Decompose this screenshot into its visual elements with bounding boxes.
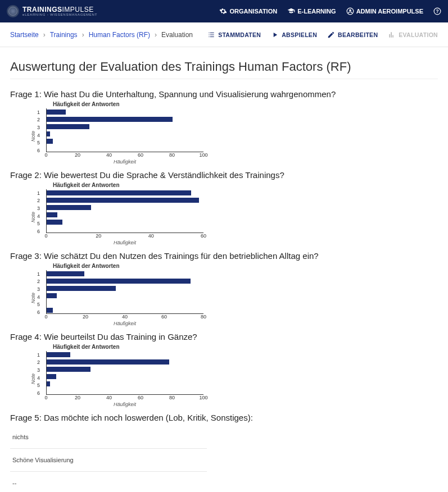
breadcrumb-sep: › [153, 31, 158, 39]
comment-item: -- [10, 472, 207, 492]
nav-elearning[interactable]: E-LEARNING [287, 7, 336, 15]
chart-xaxis: 0204060 [46, 233, 203, 240]
breadcrumb-item-trainings[interactable]: Trainings [50, 31, 78, 39]
chart-yaxis: 123456 [37, 108, 40, 154]
question-2-label: Frage 2: Wie bewertest Du die Sprache & … [10, 170, 438, 180]
chart-ylabel: Note [30, 131, 36, 142]
nav-organisation-label: ORGANISATION [229, 8, 277, 15]
chart-xlabel: Häufigkeit [46, 321, 203, 326]
top-nav: ORGANISATION E-LEARNING ADMIN AEROIMPULS… [219, 7, 441, 15]
graduation-cap-icon [287, 7, 295, 15]
page-title: Auswertung der Evaluation des Trainings … [10, 60, 438, 74]
chart-bar [47, 198, 199, 203]
svg-text:?: ? [436, 9, 439, 14]
chart-1: Häufigkeit der AntwortenNote123456020406… [30, 101, 438, 165]
logo[interactable]: TRAININGSIMPULSE eLEARNING - WISSENSMANA… [7, 5, 97, 17]
chart-xlabel: Häufigkeit [46, 159, 203, 165]
chart-title: Häufigkeit der Antworten [53, 101, 438, 107]
chart-bar [47, 286, 116, 291]
question-4-label: Frage 4: Wie beurteilst Du das Training … [10, 332, 438, 341]
chart-plot [46, 351, 203, 395]
title-separator [10, 79, 438, 79]
page-actions: STAMMDATEN ABSPIELEN BEARBEITEN EVALUATI… [207, 31, 438, 39]
comments-list: nichts Schöne Visualisierung -- [10, 426, 438, 492]
logo-text: TRAININGSIMPULSE eLEARNING - WISSENSMANA… [22, 6, 97, 16]
chart-plot [46, 270, 203, 314]
chart-bar [47, 117, 173, 122]
nav-admin-label: ADMIN AEROIMPULSE [356, 8, 423, 15]
chart-xlabel: Häufigkeit [46, 240, 203, 245]
gear-icon [219, 7, 227, 15]
action-evaluation: EVALUATION [388, 31, 438, 39]
top-bar: TRAININGSIMPULSE eLEARNING - WISSENSMANA… [0, 0, 448, 22]
chart-3: Häufigkeit der AntwortenNote123456020406… [30, 263, 438, 326]
question-3-label: Frage 3: Wie schätzt Du den Nutzen des T… [10, 251, 438, 261]
chart-bar [47, 352, 70, 357]
chart-xaxis: 020406080100 [46, 152, 203, 159]
chart-plot [46, 189, 203, 233]
logo-line1-light: IMPULSE [62, 6, 94, 13]
breadcrumb-sep: › [81, 31, 85, 39]
chart-bar [47, 205, 91, 210]
user-circle-icon [346, 7, 354, 15]
chart-xlabel: Häufigkeit [46, 402, 203, 407]
second-bar: Startseite › Trainings › Human Factors (… [0, 22, 448, 47]
chart-bar [47, 293, 57, 298]
pencil-icon [327, 31, 335, 39]
question-1-label: Frage 1: Wie hast Du die Unterhaltung, S… [10, 89, 438, 99]
chart-xaxis: 020406080 [46, 314, 203, 321]
nav-help[interactable]: ? [433, 7, 441, 15]
nav-elearning-label: E-LEARNING [297, 8, 336, 15]
comment-item: Schöne Visualisierung [10, 449, 207, 472]
breadcrumb-item-evaluation: Evaluation [161, 31, 193, 39]
chart-2: Häufigkeit der AntwortenNote123456020406… [30, 182, 438, 245]
chart-bar [47, 220, 62, 225]
list-icon [207, 31, 215, 39]
comment-item: nichts [10, 426, 207, 449]
action-bearbeiten-label: BEARBEITEN [338, 31, 378, 38]
chart-title: Häufigkeit der Antworten [53, 344, 438, 350]
logo-line1-bold: TRAININGS [22, 6, 62, 13]
chart-4: Häufigkeit der AntwortenNote123456020406… [30, 344, 438, 407]
action-bearbeiten[interactable]: BEARBEITEN [327, 31, 378, 39]
play-icon [271, 31, 279, 39]
logo-subtitle: eLEARNING - WISSENSMANAGEMENT [22, 13, 97, 16]
help-icon: ? [433, 7, 441, 15]
chart-bar [47, 308, 53, 313]
chart-bar [47, 190, 191, 195]
chart-bar [47, 110, 66, 115]
breadcrumb-item-startseite[interactable]: Startseite [10, 31, 39, 39]
chart-icon [388, 31, 396, 39]
chart-bar [47, 359, 169, 365]
chart-ylabel: Note [30, 212, 36, 222]
chart-xaxis: 020406080100 [46, 395, 203, 402]
chart-bar [47, 271, 84, 276]
action-abspielen-label: ABSPIELEN [282, 31, 317, 38]
chart-yaxis: 123456 [37, 270, 40, 316]
nav-organisation[interactable]: ORGANISATION [219, 7, 277, 15]
chart-bar [47, 124, 89, 129]
main-content: Auswertung der Evaluation des Trainings … [0, 47, 448, 492]
chart-plot [46, 108, 203, 152]
action-abspielen[interactable]: ABSPIELEN [271, 31, 317, 39]
chart-bar [47, 381, 50, 386]
chart-ylabel: Note [30, 373, 36, 384]
chart-ylabel: Note [30, 293, 36, 303]
chart-title: Häufigkeit der Antworten [53, 263, 438, 269]
question-5-label: Frage 5: Das möchte ich noch loswerden (… [10, 413, 438, 422]
breadcrumb: Startseite › Trainings › Human Factors (… [10, 31, 193, 39]
svg-point-1 [349, 10, 351, 12]
action-stammdaten-label: STAMMDATEN [218, 31, 261, 38]
chart-yaxis: 123456 [37, 351, 40, 397]
breadcrumb-item-human-factors[interactable]: Human Factors (RF) [89, 31, 150, 39]
chart-bar [47, 212, 57, 217]
nav-admin-user[interactable]: ADMIN AEROIMPULSE [346, 7, 423, 15]
chart-bar [47, 139, 53, 144]
chart-title: Häufigkeit der Antworten [53, 182, 438, 188]
action-stammdaten[interactable]: STAMMDATEN [207, 31, 261, 39]
breadcrumb-sep: › [42, 31, 47, 39]
chart-bar [47, 131, 50, 136]
logo-icon [7, 5, 19, 17]
chart-bar [47, 279, 191, 284]
chart-bar [47, 367, 90, 372]
